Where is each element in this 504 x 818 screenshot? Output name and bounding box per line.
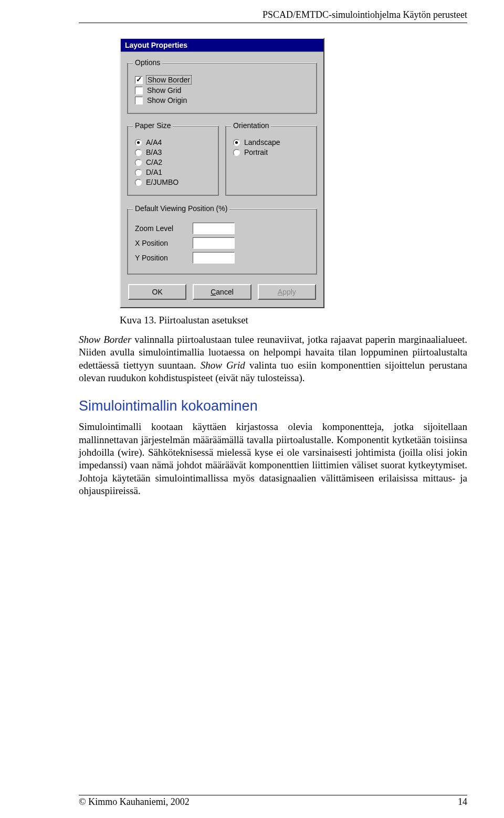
checkbox-show-grid[interactable]: Show Grid bbox=[135, 86, 309, 95]
apply-button[interactable]: Apply bbox=[258, 284, 316, 300]
checkbox-label: Show Origin bbox=[147, 96, 187, 104]
button-label-underline: C bbox=[211, 288, 216, 296]
paragraph-2: Simulointimalli kootaan käyttäen kirjast… bbox=[79, 421, 467, 497]
viewing-position-legend: Default Viewing Position (%) bbox=[133, 204, 229, 213]
checkbox-label: Show Grid bbox=[147, 86, 181, 95]
radio-label: A/A4 bbox=[146, 138, 162, 146]
paragraph-1: Show Border valinnalla piirtoalustaan tu… bbox=[79, 333, 467, 384]
cancel-button[interactable]: Cancel bbox=[193, 284, 251, 300]
figure-caption: Kuva 13. Piirtoalustan asetukset bbox=[120, 314, 467, 326]
y-position-label: Y Position bbox=[135, 254, 193, 262]
radio-landscape[interactable]: Landscape bbox=[233, 138, 309, 146]
checkbox-icon bbox=[135, 76, 143, 84]
checkbox-icon bbox=[135, 97, 143, 104]
radio-a-a4[interactable]: A/A4 bbox=[135, 138, 211, 146]
radio-icon bbox=[233, 149, 240, 156]
dialog-title: Layout Properties bbox=[121, 39, 323, 52]
zoom-level-label: Zoom Level bbox=[135, 224, 193, 233]
section-heading: Simulointimallin kokoaminen bbox=[79, 398, 467, 414]
button-label: OK bbox=[152, 288, 163, 296]
footer-page-number: 14 bbox=[458, 796, 467, 807]
radio-b-a3[interactable]: B/A3 bbox=[135, 148, 211, 156]
button-label-rest: pply bbox=[282, 288, 296, 296]
radio-e-jumbo[interactable]: E/JUMBO bbox=[135, 178, 211, 186]
paper-size-group: Paper Size A/A4 B/A3 C/A2 bbox=[127, 125, 219, 196]
page-footer: © Kimmo Kauhaniemi, 2002 14 bbox=[79, 795, 467, 807]
x-position-label: X Position bbox=[135, 239, 193, 247]
x-position-input[interactable] bbox=[193, 237, 235, 249]
radio-icon bbox=[233, 139, 240, 146]
zoom-level-input[interactable] bbox=[193, 223, 235, 234]
viewing-position-group: Default Viewing Position (%) Zoom Level … bbox=[127, 208, 317, 275]
ok-button[interactable]: OK bbox=[128, 284, 186, 300]
checkbox-icon bbox=[135, 87, 143, 95]
radio-label: Landscape bbox=[244, 138, 280, 146]
radio-icon bbox=[135, 169, 142, 176]
radio-label: B/A3 bbox=[146, 148, 162, 156]
radio-icon bbox=[135, 139, 142, 146]
orientation-legend: Orientation bbox=[231, 121, 271, 130]
radio-icon bbox=[135, 179, 142, 186]
button-label-rest: ancel bbox=[216, 288, 233, 296]
options-legend: Options bbox=[133, 58, 162, 67]
radio-label: D/A1 bbox=[146, 168, 162, 176]
footer-copyright: © Kimmo Kauhaniemi, 2002 bbox=[79, 796, 190, 807]
paper-size-legend: Paper Size bbox=[133, 121, 173, 130]
radio-label: Portrait bbox=[244, 148, 268, 156]
radio-icon bbox=[135, 159, 142, 166]
checkbox-show-origin[interactable]: Show Origin bbox=[135, 96, 309, 104]
orientation-group: Orientation Landscape Portrait bbox=[225, 125, 317, 196]
y-position-input[interactable] bbox=[193, 252, 235, 264]
radio-label: C/A2 bbox=[146, 158, 162, 166]
inline-italic: Show Grid bbox=[201, 360, 245, 371]
radio-label: E/JUMBO bbox=[146, 178, 178, 186]
running-head: PSCAD/EMTDC-simulointiohjelma Käytön per… bbox=[79, 0, 467, 23]
checkbox-label: Show Border bbox=[146, 75, 192, 85]
radio-icon bbox=[135, 149, 142, 156]
radio-d-a1[interactable]: D/A1 bbox=[135, 168, 211, 176]
radio-portrait[interactable]: Portrait bbox=[233, 148, 309, 156]
radio-c-a2[interactable]: C/A2 bbox=[135, 158, 211, 166]
layout-properties-dialog: Layout Properties Options Show Border Sh… bbox=[120, 38, 324, 308]
options-group: Options Show Border Show Grid Show Origi… bbox=[127, 62, 317, 114]
button-label-underline: A bbox=[278, 288, 282, 296]
inline-italic: Show Border bbox=[79, 334, 131, 345]
checkbox-show-border[interactable]: Show Border bbox=[135, 75, 309, 85]
